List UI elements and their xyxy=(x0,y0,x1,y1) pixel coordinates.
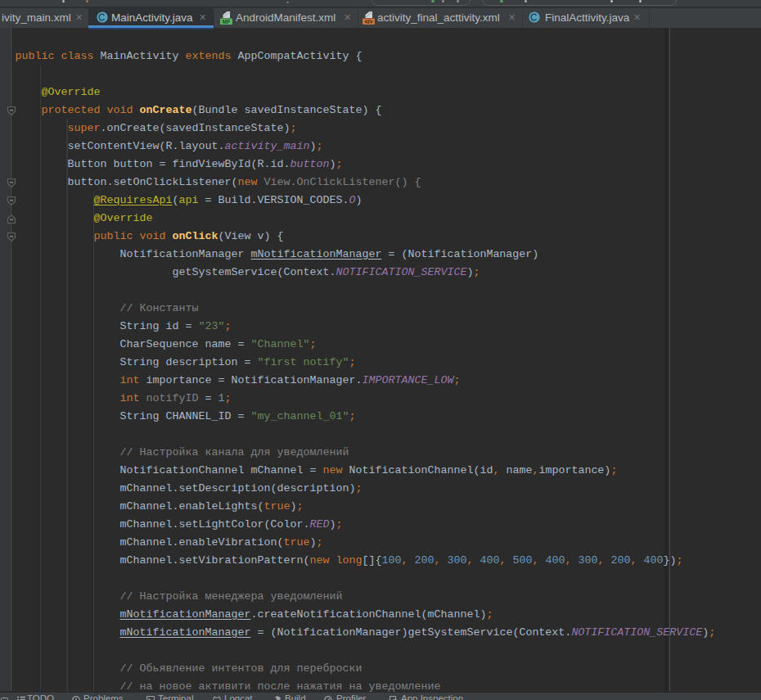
svg-text:</>: </> xyxy=(365,19,373,25)
svg-text:MF: MF xyxy=(223,19,230,25)
